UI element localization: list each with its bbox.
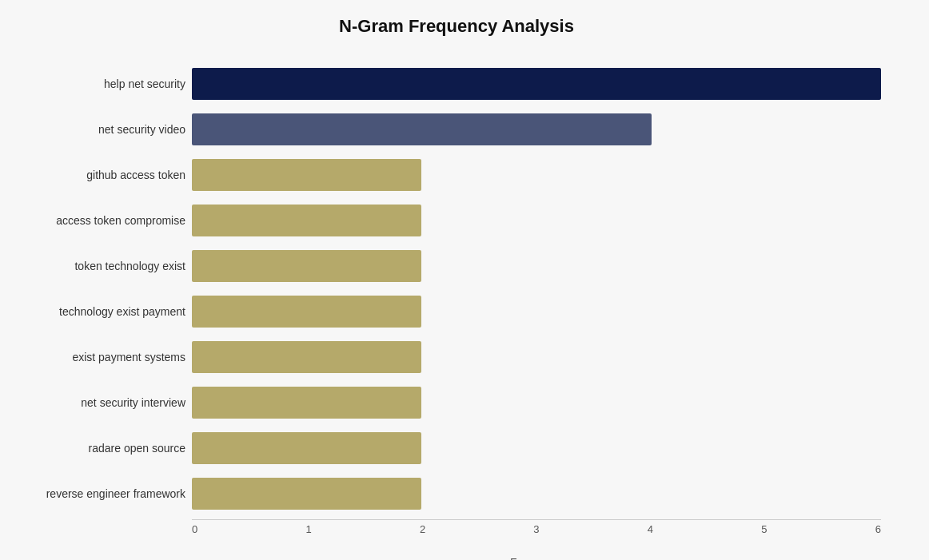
bar-rect: [192, 250, 421, 282]
x-tick-label: 3: [533, 523, 539, 535]
x-axis-label: Frequency: [192, 556, 881, 560]
bar-rect: [192, 432, 421, 464]
bar-row: radare open source: [192, 425, 881, 471]
bar-row: technology exist payment: [192, 288, 881, 334]
bar-label: net security interview: [14, 396, 185, 409]
bar-label: access token compromise: [14, 214, 185, 227]
bar-rect: [192, 341, 421, 373]
bar-label: reverse engineer framework: [14, 487, 185, 500]
chart-title: N-Gram Frequency Analysis: [16, 16, 897, 37]
bar-rect: [192, 296, 421, 328]
x-tick-label: 2: [420, 523, 425, 535]
bar-label: github access token: [14, 169, 185, 181]
bar-rect: [192, 159, 421, 191]
bar-label: technology exist payment: [14, 305, 185, 318]
x-tick-label: 1: [305, 523, 311, 535]
x-tick-label: 5: [761, 523, 767, 535]
bar-row: reverse engineer framework: [192, 471, 881, 516]
bar-rect: [192, 113, 652, 145]
bar-row: help net security: [192, 61, 881, 106]
x-axis-line: [192, 519, 881, 520]
bar-label: help net security: [14, 77, 185, 90]
x-axis: 0123456: [192, 519, 881, 551]
bar-row: exist payment systems: [192, 334, 881, 379]
bar-row: github access token: [192, 152, 881, 197]
bar-rect: [192, 68, 881, 100]
x-tick-label: 0: [192, 523, 197, 535]
bar-label: exist payment systems: [14, 351, 185, 363]
bar-row: net security video: [192, 106, 881, 152]
bar-rect: [192, 205, 421, 236]
chart-container: N-Gram Frequency Analysis help net secur…: [0, 0, 929, 560]
bar-rect: [192, 387, 421, 419]
chart-area: help net securitynet security videogithu…: [192, 61, 881, 516]
bar-label: net security video: [14, 123, 185, 136]
x-ticks: 0123456: [192, 523, 881, 535]
bar-label: token technology exist: [14, 260, 185, 272]
bar-label: radare open source: [14, 442, 185, 455]
bar-row: token technology exist: [192, 243, 881, 288]
bar-row: net security interview: [192, 379, 881, 425]
x-tick-label: 4: [648, 523, 653, 535]
x-tick-label: 6: [875, 523, 881, 535]
bar-rect: [192, 478, 421, 510]
bar-row: access token compromise: [192, 197, 881, 243]
